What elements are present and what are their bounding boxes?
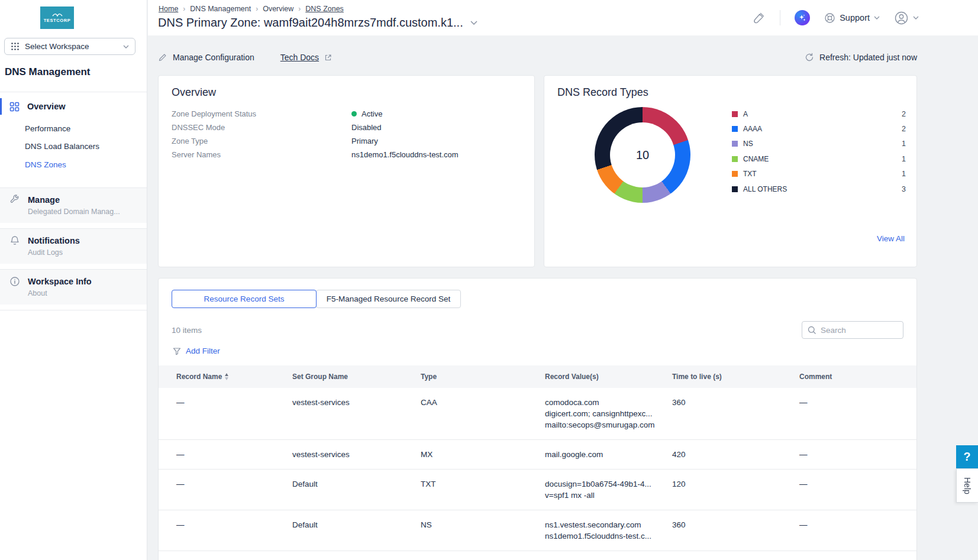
bird-logo-icon <box>51 12 63 17</box>
field-label: Zone Type <box>172 137 351 145</box>
items-count: 10 items <box>172 326 202 335</box>
support-label: Support <box>840 13 870 22</box>
page-title: DNS Primary Zone: wamf9ait204h8mrzs7mdf.… <box>158 16 463 30</box>
help-tab-label: Help <box>963 477 972 494</box>
refresh-icon <box>805 53 814 62</box>
help-question-button[interactable]: ? <box>956 445 978 468</box>
external-link-icon <box>324 54 332 61</box>
breadcrumb-dns-management[interactable]: DNS Management <box>190 5 251 13</box>
manage-configuration-button[interactable]: Manage Configuration <box>158 53 254 62</box>
overview-card: Overview Zone Deployment Status Active D… <box>158 75 535 267</box>
column-record-values: Record Value(s) <box>545 373 599 381</box>
view-all-link[interactable]: View All <box>877 234 905 243</box>
sidebar-item-workspace-info-label: Workspace Info <box>28 277 92 286</box>
table-row[interactable]: — vestest-services CAA comodoca.com digi… <box>159 388 916 440</box>
legend-swatch <box>732 171 738 177</box>
record-set-tabs: Resource Record Sets F5-Managed Resource… <box>172 290 916 308</box>
sidebar-item-manage[interactable]: Manage Delegated Domain Manag... <box>0 187 147 223</box>
table-row[interactable]: — vestest-services MX mail.google.com 42… <box>159 440 916 470</box>
brush-icon[interactable] <box>753 11 766 24</box>
column-type: Type <box>421 373 437 381</box>
bell-icon <box>9 235 20 246</box>
account-menu[interactable] <box>894 11 919 25</box>
dns-record-types-card: DNS Record Types 10 A 2 AAAA 2 NS 1 <box>544 75 917 267</box>
sidebar-item-notifications-label: Notifications <box>28 236 80 245</box>
tech-docs-label: Tech Docs <box>280 53 319 62</box>
company-logo[interactable]: TESTCORP <box>40 7 74 29</box>
refresh-button[interactable]: Refresh: Updated just now <box>805 53 917 62</box>
chevron-down-icon <box>123 45 129 48</box>
legend-item: ALL OTHERS 3 <box>732 182 906 196</box>
wrench-icon <box>9 195 20 205</box>
legend-item: AAAA 2 <box>732 121 906 136</box>
legend-item: TXT 1 <box>732 167 906 182</box>
table-header-row: Record Name Set Group Name Type Record V… <box>159 365 916 388</box>
question-mark-icon: ? <box>963 450 970 464</box>
add-filter-label: Add Filter <box>186 347 220 355</box>
donut-total: 10 <box>636 148 649 162</box>
ai-assistant-button[interactable] <box>795 10 810 25</box>
breadcrumb-dns-zones[interactable]: DNS Zones <box>305 5 344 13</box>
add-filter-button[interactable]: Add Filter <box>173 347 916 355</box>
table-row[interactable]: — Default TXT docusign=1b0a6754-49b1-4..… <box>159 470 916 510</box>
overview-grid-icon <box>9 102 20 112</box>
record-values: comodoca.com digicert.com; cansignhttpex… <box>545 397 672 430</box>
column-record-name: Record Name <box>176 373 292 381</box>
server-names-value: ns1demo1.f5clouddns-test.com <box>351 150 459 159</box>
sidebar-item-manage-label: Manage <box>28 195 60 205</box>
sidebar-item-dns-load-balancers[interactable]: DNS Load Balancers <box>25 142 99 151</box>
sidebar: TESTCORP Select Workspace DNS Management… <box>0 0 147 560</box>
record-values: mail.google.com <box>545 449 672 460</box>
table-row[interactable]: — Default NS ns1.vestest.secondary.com n… <box>159 510 916 551</box>
sidebar-item-overview-label: Overview <box>27 102 66 111</box>
help-widget: ? Help <box>956 445 978 503</box>
search-icon <box>808 326 816 335</box>
sidebar-item-workspace-info-sub: About <box>28 289 147 297</box>
table-row[interactable]: — Default AAAA 1111:1111 300 — <box>159 551 916 560</box>
chart-legend: A 2 AAAA 2 NS 1 CNAME 1 TXT 1 <box>732 106 906 196</box>
legend-item: A 2 <box>732 106 906 121</box>
tech-docs-link[interactable]: Tech Docs <box>280 53 332 62</box>
workspace-selector[interactable]: Select Workspace <box>4 38 135 55</box>
filter-funnel-icon <box>173 347 181 355</box>
pencil-icon <box>158 53 167 62</box>
breadcrumb-separator: › <box>298 5 301 13</box>
support-menu[interactable]: Support <box>824 12 880 24</box>
sidebar-item-notifications[interactable]: Notifications Audit Logs <box>0 228 147 264</box>
chevron-down-icon <box>874 16 880 20</box>
tab-resource-record-sets[interactable]: Resource Record Sets <box>172 290 317 308</box>
legend-item: NS 1 <box>732 137 906 151</box>
title-chevron-down-icon[interactable] <box>470 21 477 25</box>
workspace-selector-label: Select Workspace <box>25 42 118 51</box>
search-box[interactable] <box>802 321 903 339</box>
active-indicator <box>0 98 2 115</box>
tab-f5-managed-resource-record-set[interactable]: F5-Managed Resource Record Set <box>316 290 461 308</box>
search-input[interactable] <box>821 326 892 335</box>
status-dot-active <box>351 111 357 116</box>
sidebar-item-overview[interactable]: Overview <box>0 98 147 115</box>
legend-swatch <box>732 111 738 117</box>
chevron-down-icon <box>913 16 919 20</box>
breadcrumb-separator: › <box>183 5 185 13</box>
sidebar-item-workspace-info[interactable]: Workspace Info About <box>0 269 147 305</box>
legend-swatch <box>732 156 738 162</box>
zone-type-value: Primary <box>351 137 378 145</box>
breadcrumb-overview[interactable]: Overview <box>263 5 293 13</box>
sort-icon[interactable] <box>225 373 228 380</box>
sidebar-item-notifications-sub: Audit Logs <box>28 248 147 257</box>
logo-text: TESTCORP <box>44 18 71 23</box>
user-avatar-icon <box>894 11 909 25</box>
dnssec-mode-value: Disabled <box>351 123 382 132</box>
breadcrumb-home[interactable]: Home <box>159 5 178 13</box>
divider <box>0 92 147 92</box>
divider <box>0 310 147 310</box>
zone-deployment-status: Active <box>351 109 382 118</box>
top-header: Home › DNS Management › Overview › DNS Z… <box>148 0 978 35</box>
refresh-label: Refresh: Updated just now <box>819 53 917 62</box>
sidebar-item-dns-zones[interactable]: DNS Zones <box>25 160 66 169</box>
sidebar-item-performance[interactable]: Performance <box>25 124 70 133</box>
grid-dots-icon <box>11 42 20 51</box>
field-label: Zone Deployment Status <box>172 109 351 118</box>
breadcrumb: Home › DNS Management › Overview › DNS Z… <box>159 5 344 13</box>
help-tab-button[interactable]: Help <box>956 468 978 503</box>
